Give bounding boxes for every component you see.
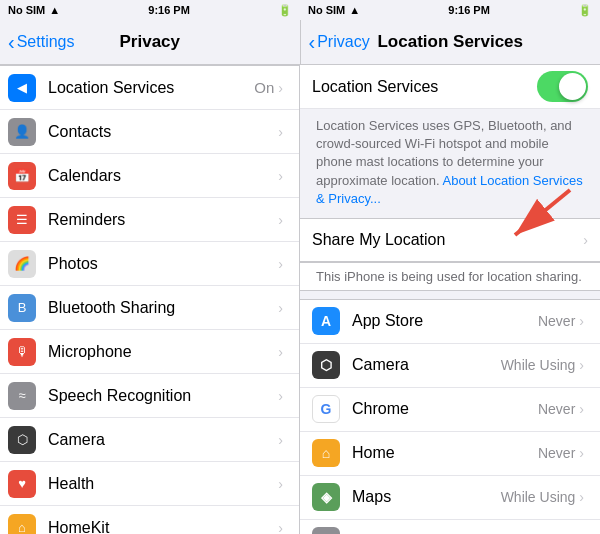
left-list-item-location-services[interactable]: ◀Location ServicesOn› — [0, 66, 299, 110]
carrier-left: No SIM — [8, 4, 45, 16]
left-back-label: Settings — [17, 33, 75, 51]
location-sharing-note-text: This iPhone is being used for location s… — [316, 269, 582, 284]
chrome-app-name: Chrome — [352, 400, 538, 418]
left-list-item-calendars[interactable]: 📅Calendars› — [0, 154, 299, 198]
health-label: Health — [48, 475, 278, 493]
photos-icon: 🌈 — [8, 250, 36, 278]
left-list-item-microphone[interactable]: 🎙Microphone› — [0, 330, 299, 374]
home-app-icon: ⌂ — [312, 439, 340, 467]
reminders-chevron-icon: › — [278, 212, 283, 228]
left-nav-bar: ‹ Settings Privacy — [0, 20, 300, 64]
app-list-item-chrome[interactable]: GChromeNever› — [300, 388, 600, 432]
left-list-item-bluetooth-sharing[interactable]: BBluetooth Sharing› — [0, 286, 299, 330]
location-services-toggle-row: Location Services — [300, 65, 600, 109]
time-right: 9:16 PM — [448, 4, 490, 16]
homekit-label: HomeKit — [48, 519, 278, 535]
microphone-label: Microphone — [48, 343, 278, 361]
left-list-item-contacts[interactable]: 👤Contacts› — [0, 110, 299, 154]
time-left: 9:16 PM — [148, 4, 190, 16]
left-list-item-speech-recognition[interactable]: ≈Speech Recognition› — [0, 374, 299, 418]
location-services-icon: ◀ — [8, 74, 36, 102]
left-list-item-homekit[interactable]: ⌂HomeKit› — [0, 506, 299, 534]
app-store-app-icon: A — [312, 307, 340, 335]
share-my-location-chevron-icon: › — [583, 232, 588, 248]
calendars-label: Calendars — [48, 167, 278, 185]
wifi-icon-left: ▲ — [49, 4, 60, 16]
siri-dictation-app-icon: ⎙ — [312, 527, 340, 534]
calendars-chevron-icon: › — [278, 168, 283, 184]
bluetooth-sharing-chevron-icon: › — [278, 300, 283, 316]
nav-bar-container: ‹ Settings Privacy ‹ Privacy Location Se… — [0, 20, 600, 65]
camera-app-name: Camera — [352, 356, 501, 374]
photos-label: Photos — [48, 255, 278, 273]
maps-permission: While Using — [501, 489, 576, 505]
right-back-chevron-icon: ‹ — [309, 32, 316, 52]
location-services-toggle[interactable] — [537, 71, 588, 102]
app-list-section: AApp StoreNever›⬡CameraWhile Using›GChro… — [300, 299, 600, 534]
chrome-app-icon: G — [312, 395, 340, 423]
left-panel: ◀Location ServicesOn›👤Contacts›📅Calendar… — [0, 65, 300, 534]
battery-icon-right: 🔋 — [578, 4, 592, 17]
battery-area-right: 🔋 — [578, 4, 592, 17]
toggle-knob — [559, 73, 586, 100]
left-list-item-health[interactable]: ♥Health› — [0, 462, 299, 506]
right-back-label: Privacy — [317, 33, 369, 51]
contacts-icon: 👤 — [8, 118, 36, 146]
left-nav-title: Privacy — [120, 32, 181, 52]
home-permission: Never — [538, 445, 575, 461]
location-services-toggle-label: Location Services — [312, 78, 537, 96]
battery-area-left: 🔋 — [278, 4, 292, 17]
app-list-item-maps[interactable]: ◈MapsWhile Using› — [300, 476, 600, 520]
camera-chevron-icon: › — [278, 432, 283, 448]
left-list-section: ◀Location ServicesOn›👤Contacts›📅Calendar… — [0, 65, 299, 534]
app-list-item-camera[interactable]: ⬡CameraWhile Using› — [300, 344, 600, 388]
app-list-item-app-store[interactable]: AApp StoreNever› — [300, 300, 600, 344]
left-back-chevron-icon: ‹ — [8, 32, 15, 52]
app-list-item-siri-dictation[interactable]: ⎙Siri & Dictation› — [300, 520, 600, 534]
right-back-button[interactable]: ‹ Privacy — [309, 33, 370, 52]
status-bar-left: No SIM ▲ 9:16 PM 🔋 — [0, 0, 300, 20]
wifi-icon-right: ▲ — [349, 4, 360, 16]
camera-icon: ⬡ — [8, 426, 36, 454]
reminders-icon: ☰ — [8, 206, 36, 234]
microphone-chevron-icon: › — [278, 344, 283, 360]
location-services-chevron-icon: › — [278, 80, 283, 96]
location-services-value: On — [254, 79, 274, 96]
maps-app-icon: ◈ — [312, 483, 340, 511]
camera-permission: While Using — [501, 357, 576, 373]
status-left-right: No SIM ▲ — [308, 4, 360, 16]
contacts-label: Contacts — [48, 123, 278, 141]
status-bar-container: No SIM ▲ 9:16 PM 🔋 No SIM ▲ 9:16 PM 🔋 — [0, 0, 600, 20]
app-list-item-home[interactable]: ⌂HomeNever› — [300, 432, 600, 476]
home-app-name: Home — [352, 444, 538, 462]
maps-chevron-icon: › — [579, 489, 584, 505]
microphone-icon: 🎙 — [8, 338, 36, 366]
status-bar-right: No SIM ▲ 9:16 PM 🔋 — [300, 0, 600, 20]
right-nav-title: Location Services — [377, 32, 523, 52]
calendars-icon: 📅 — [8, 162, 36, 190]
right-nav-bar: ‹ Privacy Location Services — [301, 20, 601, 64]
speech-recognition-label: Speech Recognition — [48, 387, 278, 405]
reminders-label: Reminders — [48, 211, 278, 229]
camera-label: Camera — [48, 431, 278, 449]
bluetooth-sharing-icon: B — [8, 294, 36, 322]
left-list-item-camera[interactable]: ⬡Camera› — [0, 418, 299, 462]
homekit-chevron-icon: › — [278, 520, 283, 535]
app-store-permission: Never — [538, 313, 575, 329]
location-services-info: Location Services uses GPS, Bluetooth, a… — [300, 109, 600, 218]
left-back-button[interactable]: ‹ Settings — [8, 33, 74, 52]
battery-icon-left: 🔋 — [278, 4, 292, 17]
health-icon: ♥ — [8, 470, 36, 498]
content-container: ◀Location ServicesOn›👤Contacts›📅Calendar… — [0, 65, 600, 534]
photos-chevron-icon: › — [278, 256, 283, 272]
share-my-location-row[interactable]: Share My Location › — [300, 218, 600, 262]
left-list-item-photos[interactable]: 🌈Photos› — [0, 242, 299, 286]
app-store-app-name: App Store — [352, 312, 538, 330]
health-chevron-icon: › — [278, 476, 283, 492]
location-sharing-note: This iPhone is being used for location s… — [300, 262, 600, 291]
speech-recognition-icon: ≈ — [8, 382, 36, 410]
left-list-item-reminders[interactable]: ☰Reminders› — [0, 198, 299, 242]
chrome-permission: Never — [538, 401, 575, 417]
camera-app-icon: ⬡ — [312, 351, 340, 379]
contacts-chevron-icon: › — [278, 124, 283, 140]
